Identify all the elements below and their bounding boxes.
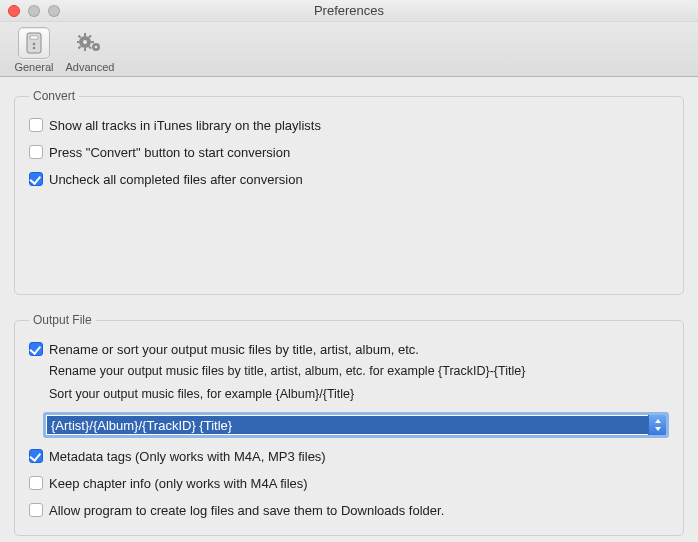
tab-advanced[interactable]: Advanced — [62, 27, 118, 76]
preferences-toolbar: General Advanced — [0, 22, 698, 77]
row-chapter: Keep chapter info (only works with M4A f… — [29, 475, 669, 492]
checkbox-chapter[interactable] — [29, 476, 43, 490]
checkbox-show-all-tracks[interactable] — [29, 118, 43, 132]
window-title: Preferences — [0, 3, 698, 18]
convert-legend: Convert — [29, 89, 79, 103]
output-file-group: Output File Rename or sort your output m… — [14, 313, 684, 536]
svg-rect-6 — [84, 33, 86, 36]
row-press-convert: Press "Convert" button to start conversi… — [29, 144, 669, 161]
pattern-dropdown-button[interactable] — [648, 415, 666, 435]
row-rename-sort: Rename or sort your output music files b… — [29, 341, 669, 358]
row-log: Allow program to create log files and sa… — [29, 502, 669, 519]
convert-group: Convert Show all tracks in iTunes librar… — [14, 89, 684, 295]
label-chapter: Keep chapter info (only works with M4A f… — [49, 475, 308, 492]
label-log: Allow program to create log files and sa… — [49, 502, 444, 519]
svg-rect-9 — [91, 41, 94, 43]
svg-rect-10 — [78, 35, 82, 39]
pattern-combo — [43, 412, 669, 438]
help-rename: Rename your output music files by title,… — [49, 362, 669, 381]
row-uncheck-completed: Uncheck all completed files after conver… — [29, 171, 669, 188]
pattern-input[interactable] — [47, 416, 648, 434]
window-controls — [0, 5, 60, 17]
label-rename-sort: Rename or sort your output music files b… — [49, 341, 419, 358]
svg-point-3 — [33, 47, 36, 50]
label-uncheck-completed: Uncheck all completed files after conver… — [49, 171, 303, 188]
svg-rect-7 — [84, 48, 86, 51]
chevron-updown-icon — [654, 419, 662, 431]
svg-rect-13 — [78, 46, 82, 50]
label-show-all-tracks: Show all tracks in iTunes library on the… — [49, 117, 321, 134]
checkbox-press-convert[interactable] — [29, 145, 43, 159]
label-metadata: Metadata tags (Only works with M4A, MP3 … — [49, 448, 326, 465]
label-press-convert: Press "Convert" button to start conversi… — [49, 144, 290, 161]
tab-advanced-label: Advanced — [66, 61, 115, 73]
svg-point-5 — [83, 40, 87, 44]
content-area: Convert Show all tracks in iTunes librar… — [0, 77, 698, 542]
pattern-field-row — [43, 412, 669, 438]
advanced-gears-icon — [74, 27, 106, 59]
help-sort: Sort your output music files, for exampl… — [49, 385, 669, 404]
close-window-button[interactable] — [8, 5, 20, 17]
checkbox-log[interactable] — [29, 503, 43, 517]
row-show-all-tracks: Show all tracks in iTunes library on the… — [29, 117, 669, 134]
minimize-window-button[interactable] — [28, 5, 40, 17]
title-bar: Preferences — [0, 0, 698, 22]
spacer — [29, 188, 669, 278]
checkbox-metadata[interactable] — [29, 449, 43, 463]
general-icon — [18, 27, 50, 59]
tab-general-label: General — [14, 61, 53, 73]
row-metadata: Metadata tags (Only works with M4A, MP3 … — [29, 448, 669, 465]
checkbox-uncheck-completed[interactable] — [29, 172, 43, 186]
svg-rect-8 — [77, 41, 79, 43]
svg-point-15 — [95, 46, 98, 49]
checkbox-rename-sort[interactable] — [29, 342, 43, 356]
svg-point-2 — [33, 43, 36, 46]
svg-rect-1 — [30, 36, 38, 39]
tab-general[interactable]: General — [6, 27, 62, 76]
output-legend: Output File — [29, 313, 96, 327]
zoom-window-button[interactable] — [48, 5, 60, 17]
